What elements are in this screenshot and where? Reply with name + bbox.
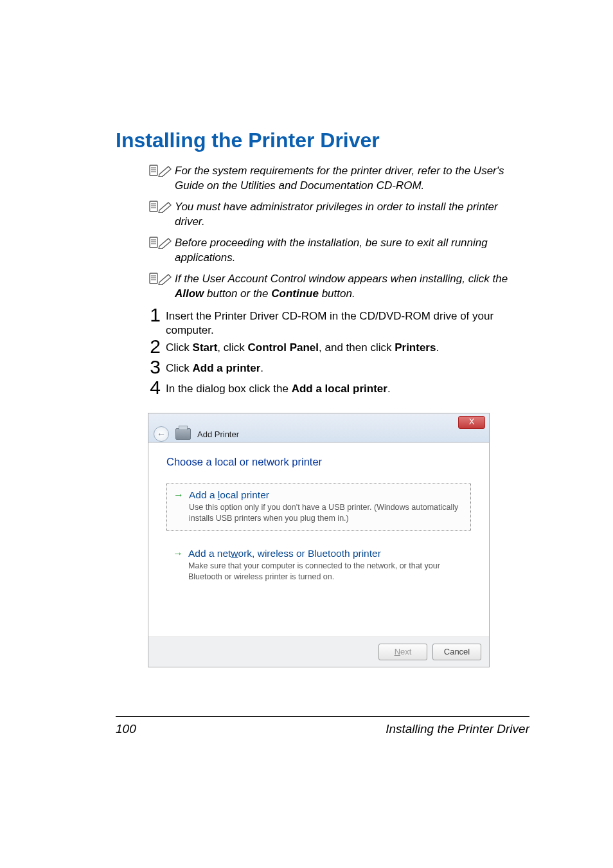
breadcrumb-row: ← Add Printer — [148, 426, 239, 442]
option-description: Use this option only if you don't have a… — [189, 502, 464, 524]
step-row: 1 Insert the Printer Driver CD-ROM in th… — [141, 308, 529, 339]
option-text-part: ocal printer — [220, 489, 269, 500]
page-number: 100 — [116, 722, 136, 736]
note-icon — [148, 164, 175, 179]
step-part: In the dialog box click the — [166, 383, 292, 395]
note-part: If the User Account Control window appea… — [175, 273, 508, 285]
step-number: 3 — [141, 357, 161, 377]
step-text: Insert the Printer Driver CD-ROM in the … — [166, 308, 529, 339]
dialog-titlebar: X ← Add Printer — [148, 413, 489, 442]
step-part: , click — [217, 341, 247, 354]
step-part: Click — [166, 362, 193, 374]
note-row: If the User Account Control window appea… — [148, 272, 529, 302]
option-add-local-printer[interactable]: → Add a local printer Use this option on… — [166, 484, 471, 531]
svg-rect-8 — [150, 237, 157, 248]
add-printer-dialog: X ← Add Printer Choose a local or networ… — [148, 413, 490, 667]
step-bold: Printers — [395, 341, 436, 354]
access-key: w — [231, 548, 238, 559]
step-part: . — [387, 383, 391, 395]
page-footer: 100 Installing the Printer Driver — [116, 716, 529, 736]
option-add-network-printer[interactable]: → Add a network, wireless or Bluetooth p… — [166, 543, 471, 589]
footer-title: Installing the Printer Driver — [386, 722, 529, 736]
note-text: Before proceeding with the installation,… — [175, 236, 529, 266]
cancel-button[interactable]: Cancel — [432, 644, 481, 660]
note-row: Before proceeding with the installation,… — [148, 236, 529, 266]
document-page: Installing the Printer Driver For the sy… — [0, 0, 613, 868]
step-part: , and then click — [319, 341, 395, 354]
note-bold: Continue — [271, 287, 319, 300]
step-row: 3 Click Add a printer. — [141, 360, 529, 379]
note-text: If the User Account Control window appea… — [175, 272, 529, 302]
option-text-part: ork, wireless or Bluetooth printer — [238, 548, 381, 559]
step-bold: Add a printer — [193, 362, 261, 374]
step-part: Click — [166, 341, 193, 354]
svg-rect-4 — [150, 201, 157, 212]
arrow-icon: → — [173, 548, 183, 559]
dialog-body: Choose a local or network printer → Add … — [148, 442, 489, 637]
note-part: button. — [319, 287, 355, 300]
option-description: Make sure that your computer is connecte… — [188, 561, 465, 583]
back-button[interactable]: ← — [154, 426, 169, 442]
step-number: 2 — [141, 337, 161, 356]
next-button[interactable]: Next — [378, 644, 427, 660]
note-text: For the system requirements for the prin… — [175, 164, 529, 194]
option-heading: → Add a local printer — [173, 489, 464, 501]
note-part: button or the — [204, 287, 271, 300]
breadcrumb-text: Add Printer — [197, 429, 239, 439]
close-button[interactable]: X — [458, 416, 485, 429]
note-bold: Allow — [175, 287, 204, 300]
step-text: Click Start, click Control Panel, and th… — [166, 339, 529, 356]
step-text: In the dialog box click the Add a local … — [166, 381, 529, 397]
note-row: For the system requirements for the prin… — [148, 164, 529, 194]
note-icon — [148, 236, 175, 251]
step-row: 2 Click Start, click Control Panel, and … — [141, 339, 529, 359]
step-bold: Control Panel — [248, 341, 319, 354]
dialog-footer: Next Cancel — [148, 637, 489, 667]
note-text: You must have administrator privileges i… — [175, 200, 529, 230]
note-icon — [148, 200, 175, 215]
option-text-part: Add a — [189, 489, 218, 500]
option-heading: → Add a network, wireless or Bluetooth p… — [173, 548, 465, 559]
button-text-part: ext — [400, 647, 411, 656]
step-bold: Add a local printer — [292, 383, 387, 395]
note-row: You must have administrator privileges i… — [148, 200, 529, 230]
step-row: 4 In the dialog box click the Add a loca… — [141, 381, 529, 400]
svg-rect-12 — [150, 273, 157, 284]
note-icon — [148, 272, 175, 287]
printer-icon — [175, 428, 191, 440]
option-text-part: Add a net — [188, 548, 231, 559]
dialog-heading: Choose a local or network printer — [166, 456, 471, 468]
access-key: N — [395, 647, 400, 656]
svg-rect-0 — [150, 165, 157, 176]
step-part: . — [260, 362, 263, 374]
step-part: . — [436, 341, 439, 354]
step-bold: Start — [193, 341, 218, 354]
step-text: Click Add a printer. — [166, 360, 529, 376]
arrow-icon: → — [173, 489, 184, 501]
step-number: 1 — [141, 305, 161, 325]
page-heading: Installing the Printer Driver — [116, 129, 529, 152]
step-number: 4 — [141, 378, 161, 397]
